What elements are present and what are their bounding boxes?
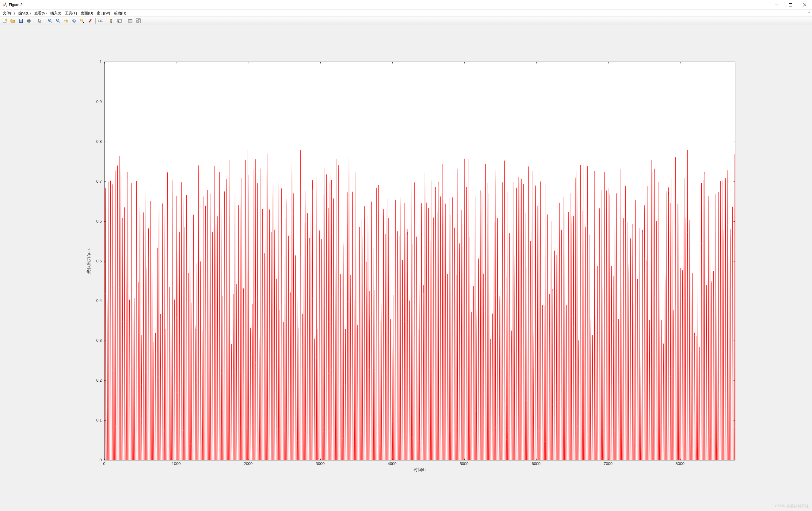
svg-rect-1: [789, 4, 792, 6]
y-tick-label: 0.2: [96, 378, 102, 382]
y-tick-label: 0.5: [96, 258, 102, 263]
svg-rect-29: [111, 20, 112, 22]
figure-window: Figure 2 文件(F) 编辑(E) 查看(V) 插入(I) 工具(T) 桌…: [0, 0, 812, 511]
y-tick-label: 0.4: [96, 298, 102, 303]
menu-desktop[interactable]: 桌面(D): [79, 10, 95, 17]
x-tick-label: 2000: [244, 461, 253, 466]
svg-rect-26: [101, 20, 103, 22]
svg-line-17: [59, 21, 60, 23]
y-tick-label: 0.1: [96, 418, 102, 422]
window-title: Figure 2: [9, 3, 22, 7]
y-tick-label: 0: [99, 458, 102, 462]
brush-icon[interactable]: [86, 17, 94, 25]
menu-tools[interactable]: 工具(T): [63, 10, 79, 17]
data-cursor-icon[interactable]: [79, 17, 86, 25]
svg-line-13: [51, 21, 52, 23]
toolbar-separator: [34, 18, 34, 24]
svg-point-20: [72, 20, 76, 22]
maximize-button[interactable]: [783, 0, 798, 9]
x-tick-label: 7000: [604, 461, 612, 466]
menu-insert[interactable]: 插入(I): [49, 10, 63, 17]
zoom-out-icon[interactable]: [55, 17, 62, 25]
svg-rect-25: [99, 20, 100, 22]
toolbar-separator: [125, 18, 125, 24]
menu-window[interactable]: 窗口(W): [95, 10, 112, 17]
y-tick-label: 0.8: [96, 139, 102, 143]
svg-point-24: [91, 19, 92, 20]
svg-rect-8: [20, 21, 22, 22]
zoom-in-icon[interactable]: [47, 17, 54, 25]
y-tick-label: 0.3: [96, 338, 102, 343]
svg-rect-28: [111, 19, 112, 20]
dock-icon[interactable]: [135, 17, 142, 25]
menu-file[interactable]: 文件(F): [1, 10, 17, 17]
svg-rect-10: [28, 19, 30, 20]
svg-rect-34: [128, 19, 132, 20]
matlab-icon: [2, 2, 7, 7]
svg-point-21: [73, 19, 75, 23]
hide-tools-icon[interactable]: [126, 17, 134, 25]
close-button[interactable]: [798, 0, 812, 9]
x-tick-label: 8000: [675, 461, 685, 466]
toolbar-separator: [45, 18, 45, 24]
svg-rect-22: [80, 19, 83, 21]
y-tick-label: 0.6: [96, 219, 102, 223]
legend-icon[interactable]: [116, 17, 123, 25]
svg-point-19: [66, 20, 67, 22]
y-axis-label: 光伏出力/p.u.: [86, 248, 92, 274]
x-tick-label: 5000: [460, 461, 469, 466]
print-icon[interactable]: [25, 17, 32, 25]
menu-help[interactable]: 帮助(H): [112, 10, 128, 17]
svg-rect-7: [20, 19, 22, 21]
svg-rect-37: [138, 19, 140, 21]
menu-view[interactable]: 查看(V): [32, 10, 49, 17]
y-tick-label: 1: [99, 59, 102, 64]
rotate3d-icon[interactable]: [70, 17, 78, 25]
svg-rect-30: [118, 19, 121, 22]
figure-toolbar: [0, 17, 812, 25]
open-file-icon[interactable]: [9, 17, 17, 25]
figure-area: CSDN @荔枝科研社 0100020003000400050006000700…: [0, 25, 812, 511]
save-icon[interactable]: [17, 17, 25, 25]
new-figure-icon[interactable]: [1, 17, 8, 25]
x-tick-label: 1000: [172, 461, 180, 466]
menu-edit[interactable]: 编辑(E): [17, 10, 32, 17]
pan-icon[interactable]: [62, 17, 70, 25]
menubar: 文件(F) 编辑(E) 查看(V) 插入(I) 工具(T) 桌面(D) 窗口(W…: [0, 10, 812, 17]
minimize-button[interactable]: [770, 0, 783, 9]
x-tick-label: 4000: [388, 461, 397, 466]
link-plot-icon[interactable]: [97, 17, 105, 25]
watermark: CSDN @荔枝科研社: [775, 504, 809, 509]
toolbar-separator: [95, 18, 96, 24]
svg-point-23: [83, 22, 84, 23]
x-axis-label: 时间/h: [413, 467, 426, 473]
pointer-icon[interactable]: [36, 17, 43, 25]
colorbar-icon[interactable]: [108, 17, 115, 25]
svg-rect-11: [28, 22, 30, 22]
svg-point-5: [5, 19, 7, 21]
x-tick-label: 0: [103, 461, 105, 466]
axes-plot[interactable]: [104, 62, 735, 460]
x-tick-label: 3000: [316, 461, 325, 466]
y-tick-label: 0.9: [96, 99, 102, 104]
titlebar[interactable]: Figure 2: [0, 0, 812, 10]
x-tick-label: 6000: [531, 461, 541, 466]
y-tick-label: 0.7: [96, 179, 102, 183]
menu-tail-icon[interactable]: [807, 10, 810, 13]
